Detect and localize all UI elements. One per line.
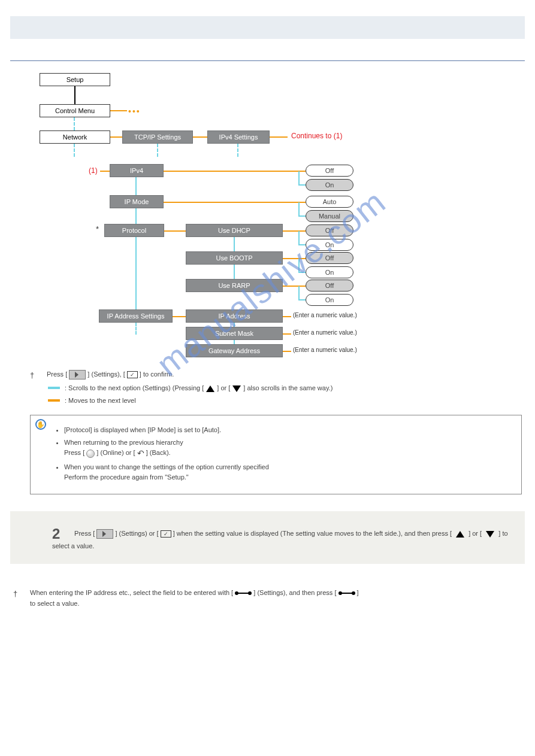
legend-text: ] also scrolls in the same way.): [243, 383, 333, 393]
connector: [74, 86, 75, 104]
option-off: Off: [306, 252, 353, 264]
connector: [298, 171, 300, 184]
up-arrow-icon: [456, 530, 464, 537]
enter-numeric: (Enter a numeric value.): [293, 329, 357, 336]
node-ipv4: IPv4: [110, 164, 164, 177]
connector: [298, 272, 306, 273]
connector: [283, 230, 306, 232]
connector: [298, 231, 300, 244]
legend-swatch-orange: [48, 399, 60, 402]
note-bullet: [Protocol] is displayed when [IP Mode] i…: [64, 425, 512, 435]
legend: : Scrolls to the next option (Settings) …: [48, 383, 522, 405]
connector: [110, 136, 122, 138]
option-manual: Manual: [306, 210, 353, 222]
legend-swatch-cyan: [48, 387, 60, 389]
divider: [10, 60, 525, 61]
connector: [298, 244, 306, 245]
node-ip-addr-settings: IP Address Settings: [99, 309, 173, 323]
node-control-menu: Control Menu: [40, 104, 110, 117]
barbell-icon: [338, 591, 355, 595]
connector: [298, 184, 306, 186]
option-off: Off: [306, 224, 353, 236]
option-on: On: [306, 179, 353, 191]
footnote-text: ] (Settings), [: [87, 371, 125, 378]
node-ipmode: IP Mode: [110, 195, 164, 208]
barbell-icon: [235, 591, 252, 595]
online-key-icon: [86, 450, 95, 458]
legend-text: : Scrolls to the next option (Settings) …: [65, 383, 204, 393]
step-number: 2: [52, 526, 72, 542]
continues-label: Continues to (1): [291, 132, 342, 140]
connector: [74, 117, 75, 130]
connector: [270, 136, 288, 138]
connector: [100, 171, 110, 172]
legend-text: : Moves to the next level: [65, 396, 136, 406]
option-auto: Auto: [306, 196, 353, 208]
node-subnet-mask: Subnet Mask: [186, 327, 283, 340]
dagger: †: [30, 369, 34, 381]
ok-key-icon: [127, 371, 138, 378]
option-on: On: [306, 239, 353, 251]
footnote-text: ] to confirm.: [140, 371, 174, 378]
settings-key-icon: [96, 529, 113, 539]
node-setup: Setup: [40, 73, 110, 86]
option-on: On: [306, 294, 353, 306]
connector: [298, 286, 300, 299]
connector: [283, 316, 291, 317]
node-use-rarp: Use RARP: [186, 279, 283, 292]
back-key-icon: ↶: [137, 447, 144, 460]
connector: [283, 258, 306, 259]
option-on: On: [306, 266, 353, 278]
option-off: Off: [306, 165, 353, 177]
connector: [173, 316, 186, 317]
connector: [298, 299, 306, 300]
node-protocol: Protocol: [104, 224, 164, 237]
connector: [110, 110, 127, 111]
connector: [298, 202, 300, 215]
connector: [157, 144, 158, 157]
connector: [298, 215, 306, 217]
node-network: Network: [40, 130, 110, 144]
enter-numeric: (Enter a numeric value.): [293, 347, 357, 353]
up-arrow-icon: [206, 383, 214, 393]
down-arrow-icon: [232, 383, 241, 393]
node-use-dhcp: Use DHCP: [186, 224, 283, 237]
asterisk: *: [96, 224, 99, 233]
connector: [135, 323, 137, 335]
down-arrow-icon: [486, 530, 494, 537]
step-3: † When entering the IP address etc., sel…: [13, 588, 522, 609]
node-ip-address: IP Address: [186, 309, 283, 323]
ellipsis: •••: [128, 107, 141, 116]
connector: [164, 171, 306, 172]
footnote-area: † Press [ ] (Settings), [ ] to confirm. …: [30, 369, 522, 405]
hand-icon: ✋: [35, 419, 46, 430]
connector: [298, 259, 300, 272]
connector: [283, 351, 291, 352]
legend-text: ] or [: [217, 383, 230, 393]
node-tcpip: TCP/IP Settings: [122, 130, 193, 144]
connector: [283, 286, 306, 287]
step-2: 2 Press [ ] (Settings) or [ ] when the s…: [10, 511, 525, 564]
ref-1: (1): [89, 166, 98, 175]
note-bullet: When returning to the previous hierarchy…: [64, 438, 512, 460]
node-ipv4-settings: IPv4 Settings: [207, 130, 270, 144]
connector: [237, 144, 238, 157]
note-bullet: When you want to change the settings of …: [64, 462, 512, 482]
dagger: †: [13, 588, 17, 600]
option-off: Off: [306, 280, 353, 292]
connector: [74, 144, 75, 157]
connector: [164, 202, 306, 203]
connector: [193, 136, 207, 138]
settings-key-icon: [69, 370, 86, 379]
footnote-text: Press [: [47, 371, 67, 378]
node-gateway: Gateway Address: [186, 344, 283, 357]
note-box: ✋ [Protocol] is displayed when [IP Mode]…: [30, 415, 522, 494]
node-use-bootp: Use BOOTP: [186, 251, 283, 265]
enter-numeric: (Enter a numeric value.): [293, 312, 357, 318]
ok-key-icon: [161, 530, 171, 538]
connector: [283, 333, 291, 335]
connector: [164, 230, 186, 232]
header-band: [10, 16, 525, 39]
